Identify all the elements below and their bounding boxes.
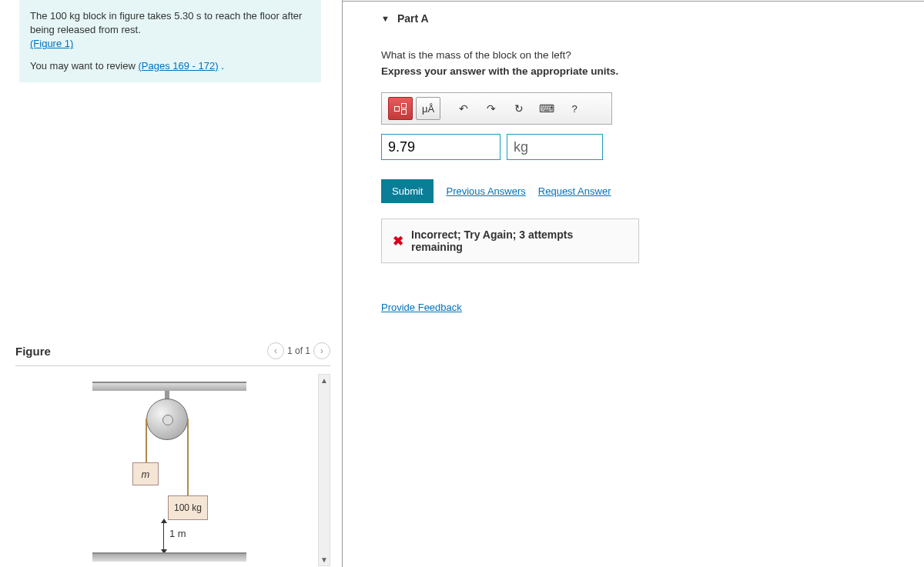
express-units: Express your answer with the appropriate… xyxy=(381,65,909,77)
answer-row xyxy=(381,134,909,160)
question-text: What is the mass of the block on the lef… xyxy=(381,49,909,61)
review-suffix: . xyxy=(219,60,224,72)
rope-left xyxy=(146,419,147,463)
figure-next-button[interactable]: › xyxy=(313,342,330,359)
rope-right xyxy=(187,419,189,495)
ceiling xyxy=(92,382,246,391)
floor xyxy=(92,552,246,562)
right-pane: ▼ Part A What is the mass of the block o… xyxy=(343,1,924,567)
part-label: Part A xyxy=(397,12,429,25)
caret-down-icon: ▼ xyxy=(381,14,390,23)
figure-pager-text: 1 of 1 xyxy=(287,345,310,356)
figure-title: Figure xyxy=(15,345,51,358)
part-header[interactable]: ▼ Part A xyxy=(381,2,909,34)
block-left: m xyxy=(132,462,159,485)
answer-value-input[interactable] xyxy=(381,134,500,160)
figure-pager: ‹ 1 of 1 › xyxy=(267,342,330,359)
keyboard-icon xyxy=(539,102,554,115)
left-pane: The 100 kg block in figure takes 5.30 s … xyxy=(0,0,343,567)
figure-diagram: m 100 kg 1 m xyxy=(15,374,330,566)
provide-feedback: Provide Feedback xyxy=(381,302,909,313)
scroll-up-icon[interactable]: ▲ xyxy=(319,375,330,386)
keyboard-button[interactable] xyxy=(534,97,559,120)
figure-section: Figure ‹ 1 of 1 › m 100 kg xyxy=(15,342,330,566)
submit-button[interactable]: Submit xyxy=(381,179,434,203)
reset-button[interactable]: ↻ xyxy=(507,97,531,120)
scroll-down-icon[interactable]: ▼ xyxy=(319,554,330,565)
equation-toolbar: μÅ ↶ ↷ ↻ ? xyxy=(381,92,612,125)
reset-icon: ↻ xyxy=(514,102,524,115)
provide-feedback-link[interactable]: Provide Feedback xyxy=(381,302,462,313)
help-button[interactable]: ? xyxy=(562,97,587,120)
figure-scrollbar[interactable]: ▲ ▼ xyxy=(318,374,330,566)
answer-unit-input[interactable] xyxy=(507,134,603,160)
incorrect-icon: ✖ xyxy=(393,233,403,249)
help-icon: ? xyxy=(571,103,577,115)
review-prefix: You may want to review xyxy=(30,60,138,72)
undo-icon: ↶ xyxy=(459,102,468,115)
dimension-line xyxy=(163,520,165,552)
feedback-box: ✖ Incorrect; Try Again; 3 attempts remai… xyxy=(381,218,639,263)
templates-button[interactable] xyxy=(388,97,413,120)
feedback-message: Incorrect; Try Again; 3 attempts remaini… xyxy=(411,228,628,253)
redo-icon: ↷ xyxy=(487,102,496,115)
request-answer-link[interactable]: Request Answer xyxy=(538,185,611,197)
redo-button[interactable]: ↷ xyxy=(479,97,504,120)
problem-text: The 100 kg block in figure takes 5.30 s … xyxy=(30,9,310,37)
review-pages-link[interactable]: (Pages 169 - 172) xyxy=(138,60,218,72)
figure-viewport: m 100 kg 1 m ▲ ▼ xyxy=(15,374,330,566)
undo-button[interactable]: ↶ xyxy=(451,97,476,120)
block-right: 100 kg xyxy=(168,495,208,520)
actions-row: Submit Previous Answers Request Answer xyxy=(381,179,909,203)
pulley-icon xyxy=(146,399,188,440)
previous-answers-link[interactable]: Previous Answers xyxy=(446,185,525,197)
problem-statement: The 100 kg block in figure takes 5.30 s … xyxy=(19,0,321,82)
figure-link[interactable]: (Figure 1) xyxy=(30,38,73,49)
figure-prev-button[interactable]: ‹ xyxy=(267,342,284,359)
dimension-label: 1 m xyxy=(169,528,186,539)
units-picker-button[interactable]: μÅ xyxy=(416,97,440,120)
